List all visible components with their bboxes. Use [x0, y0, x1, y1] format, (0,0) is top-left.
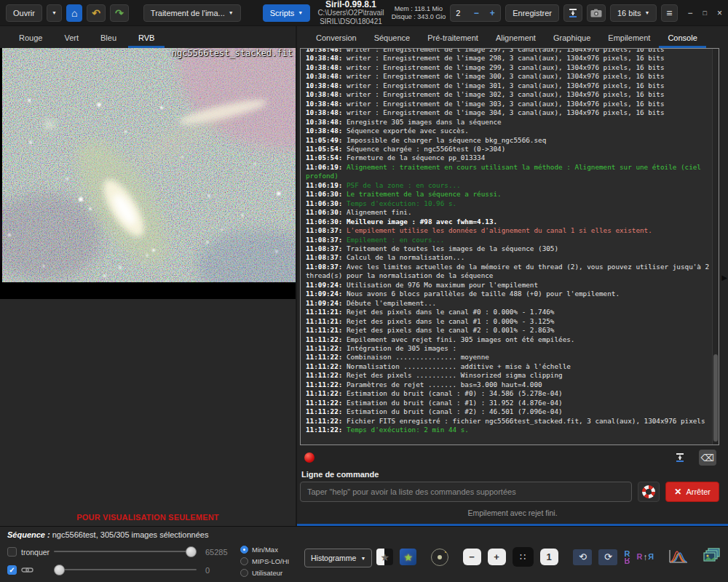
radio-minmax[interactable]: Min/Max	[240, 543, 304, 555]
panel-expander[interactable]: ▶	[721, 274, 727, 282]
stop-button[interactable]: ✕ Arrêter	[665, 482, 719, 502]
log-record-button[interactable]	[304, 453, 314, 463]
tab-bleu[interactable]: Bleu	[90, 31, 127, 48]
radio-button[interactable]	[240, 557, 248, 565]
redo-button[interactable]: ↷	[110, 4, 129, 22]
console-line: 11:05:54: Fermeture de la séquence pp_01…	[306, 154, 712, 162]
hamburger-menu-button[interactable]: ≡	[661, 4, 677, 22]
tab-graphique[interactable]: Graphique	[545, 31, 599, 48]
console-line: 11:09:24: Nous avons 6 blocs parallèles …	[306, 290, 712, 298]
console-line: 11:08:37: Calcul de la normalisation...	[306, 253, 712, 262]
psf-button[interactable]: ★	[400, 549, 416, 565]
save-button[interactable]: Enregistrer	[505, 4, 559, 22]
stretch-mode-selector[interactable]: Histogramme ▼	[304, 549, 372, 567]
tab-console[interactable]: Console	[659, 31, 705, 48]
rotate-left-button[interactable]: ⟲	[573, 549, 592, 565]
tab-vert[interactable]: Vert	[54, 31, 89, 48]
high-cut-slider[interactable]	[54, 543, 197, 561]
tab-sequence[interactable]: Séquence	[365, 31, 419, 48]
tab-rouge[interactable]: Rouge	[9, 31, 52, 48]
scrollbar-thumb[interactable]	[713, 354, 718, 442]
command-help-button[interactable]	[638, 482, 660, 502]
decrement-button[interactable]: −	[468, 8, 484, 18]
tab-conversion[interactable]: Conversion	[307, 31, 365, 48]
lifebuoy-icon	[642, 485, 655, 498]
image-viewport[interactable]: ngc5566test_stacked.fit	[0, 48, 296, 299]
histogram-curves-button[interactable]	[669, 549, 688, 566]
app-title: Siril-0.99.8.1	[314, 0, 387, 9]
display-controls: tronquer ✓ 65285 0 Min	[7, 543, 721, 579]
scripts-menu-button[interactable]: Scripts▼	[263, 4, 311, 22]
close-button[interactable]: ×	[717, 8, 722, 18]
console-line: 10:38:48: writer : Enregistrement de l'i…	[306, 72, 712, 81]
home-icon: ⌂	[71, 8, 77, 18]
star-detection-button[interactable]: ★	[376, 549, 393, 565]
zoom-in-button[interactable]: +	[488, 549, 506, 565]
tab-rvb[interactable]: RVB	[128, 31, 165, 48]
thread-spinner[interactable]: 2 − +	[450, 4, 501, 22]
export-log-button[interactable]	[671, 450, 689, 466]
open-dropdown-button[interactable]: ▼	[47, 4, 62, 22]
radio-button[interactable]	[240, 569, 248, 577]
console-line: 11:08:37: Traitement de toutes les image…	[306, 244, 712, 253]
truncate-checkbox[interactable]	[7, 547, 17, 557]
clear-log-button[interactable]: ⌫	[699, 450, 716, 466]
maximize-button[interactable]: □	[703, 9, 707, 17]
visualisation-watermark: POUR VISUALISATION SEULEMENT	[0, 513, 296, 522]
chevron-down-icon: ▼	[229, 10, 234, 15]
console-line: 11:11:22: Intégration de 305 images :	[306, 344, 712, 353]
minimize-button[interactable]: −	[688, 8, 693, 18]
console-line: 11:05:54: Séquence chargée : ngc5566test…	[306, 145, 712, 154]
bit-depth-selector[interactable]: 16 bits▼	[610, 4, 657, 22]
increment-button[interactable]: +	[484, 8, 500, 18]
export-button[interactable]	[563, 4, 582, 22]
rotate-left-icon: ⟲	[579, 551, 587, 562]
rotate-right-button[interactable]: ⟳	[598, 549, 617, 565]
home-button[interactable]: ⌂	[66, 4, 82, 22]
low-cut-slider[interactable]	[54, 561, 197, 579]
console-log[interactable]: 10:38:48: writer : Enregistrement de l'i…	[301, 49, 712, 445]
flip-horizontal-button[interactable]: R ↑ R	[636, 553, 654, 562]
console-line: 10:38:48: writer : Enregistrement de l'i…	[306, 81, 712, 90]
fit-to-window-button[interactable]: ∷	[513, 547, 534, 567]
tab-pretraitement[interactable]: Pré-traitement	[419, 31, 487, 48]
viewer-background: POUR VISUALISATION SEULEMENT	[0, 299, 296, 526]
console-line: 11:11:22: Fichier FITS enregistré : fich…	[306, 417, 712, 426]
command-input[interactable]	[300, 482, 632, 502]
truncate-label: tronquer	[21, 548, 50, 557]
minus-icon: −	[469, 551, 475, 562]
radio-mips[interactable]: MIPS-LO/HI	[240, 555, 304, 567]
console-line: 11:08:37: Empilement : en cours...	[306, 236, 712, 244]
snapshot-button[interactable]	[587, 4, 606, 22]
tab-empilement[interactable]: Empilement	[599, 31, 659, 48]
link-channels-checkbox[interactable]: ✓	[7, 565, 17, 575]
console-scrollbar[interactable]	[712, 49, 719, 445]
console-line: 11:11:22: Combinaison ............... mo…	[306, 353, 712, 362]
console-frame: 10:38:48: writer : Enregistrement de l'i…	[300, 48, 719, 445]
console-line: 11:08:37: L'empilement utilise les donné…	[306, 226, 712, 235]
slider-handle[interactable]	[54, 565, 65, 575]
console-line: 10:38:48: writer : Enregistrement de l'i…	[306, 63, 712, 72]
undo-button[interactable]: ↶	[87, 4, 106, 22]
image-processing-menu-button[interactable]: Traitement de l'ima...▼	[143, 4, 241, 22]
export-icon	[675, 453, 685, 463]
console-line: 10:38:48: writer : Enregistrement de l'i…	[306, 108, 712, 117]
astrometry-button[interactable]	[431, 549, 448, 566]
zoom-one-button[interactable]: 1	[540, 549, 558, 565]
console-line: 11:09:24: Débute l'empilement...	[306, 299, 712, 308]
flip-horizontal-icon: R	[636, 553, 642, 561]
tab-alignement[interactable]: Alignement	[487, 31, 545, 48]
open-button[interactable]: Ouvrir	[6, 4, 42, 22]
zoom-out-button[interactable]: −	[463, 549, 481, 565]
channel-tabbar: Rouge Vert Bleu RVB	[0, 26, 296, 48]
histogram-icon	[669, 549, 688, 563]
flip-vertical-button[interactable]: R R	[624, 550, 630, 565]
status-message: Empilement avec rejet fini.	[467, 509, 557, 517]
slider-handle[interactable]	[186, 546, 197, 557]
radio-utilisateur[interactable]: Utilisateur	[240, 567, 304, 578]
chevron-down-icon: ▼	[360, 556, 365, 561]
console-line: 11:06:19: Alignement : traitement en cou…	[306, 163, 712, 181]
flip-vertical-icon: R	[624, 550, 630, 557]
radio-button[interactable]	[240, 546, 248, 554]
image-list-button[interactable]	[702, 548, 721, 567]
